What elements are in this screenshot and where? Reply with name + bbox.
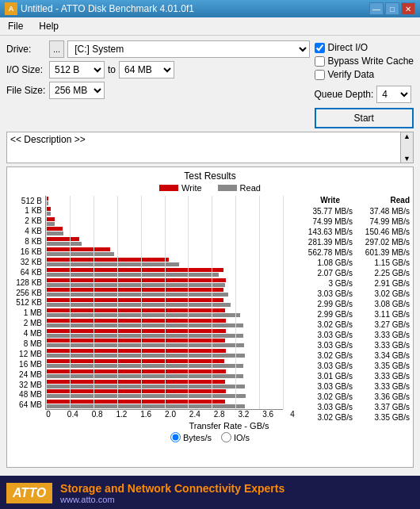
read-bar [46,222,55,226]
write-bar [46,389,226,393]
description-box[interactable]: << Description >> ▲ ▼ [6,132,414,163]
value-row: 2.07 GB/s2.25 GB/s [286,268,410,278]
verify-data-label: Verify Data [328,69,375,80]
value-row: 3.03 GB/s3.35 GB/s [286,361,410,371]
grid-line [117,196,118,409]
io-per-sec-label: IO/s [234,433,250,442]
write-bar [46,369,226,373]
menu-file[interactable]: File [3,19,28,33]
x-tick-label: 0.4 [67,410,78,419]
y-label: 64 KB [10,267,42,277]
write-value: 3 GB/s [299,279,353,288]
read-value: 1.15 GB/s [356,258,410,267]
maximize-button[interactable]: □ [385,2,399,15]
file-size-row: File Size: 256 MB [6,82,310,99]
y-label: 4 MB [10,329,42,339]
browse-button[interactable]: ... [49,40,64,58]
read-value: 2.91 GB/s [356,279,410,288]
read-bar [46,283,225,287]
drive-select[interactable]: [C:] System [67,40,309,58]
read-bar [46,293,228,297]
read-bar [46,323,243,327]
close-button[interactable]: ✕ [401,2,415,15]
value-row: 3.03 GB/s3.33 GB/s [286,330,410,340]
value-row: 3.02 GB/s3.34 GB/s [286,350,410,361]
value-row: 3.03 GB/s3.33 GB/s [286,340,410,350]
right-form: Direct I/O Bypass Write Cache Verify Dat… [315,40,414,128]
y-label: 32 MB [10,380,42,389]
write-bar [46,288,223,292]
y-label: 2 KB [10,216,42,226]
grid-line [165,196,166,409]
grid-line [283,196,284,409]
main-content: Drive: ... [C:] System I/O Size: 512 B t… [0,36,420,476]
read-header: Read [356,196,410,205]
read-value: 297.02 MB/s [356,238,410,247]
x-tick-label: 0.8 [92,410,103,419]
read-bar [46,364,243,368]
grid-line [70,196,71,409]
write-bar [46,329,226,333]
window-title: Untitled - ATTO Disk Benchmark 4.01.0f1 [21,3,369,14]
bypass-cache-checkbox[interactable] [315,56,325,67]
write-value: 3.03 GB/s [299,289,353,298]
write-value: 2.99 GB/s [299,310,353,319]
io-per-sec-radio[interactable] [221,432,231,442]
write-bar [46,298,223,302]
verify-data-checkbox[interactable] [315,70,325,80]
queue-depth-label: Queue Depth: [315,89,374,100]
io-per-sec-option[interactable]: IO/s [221,432,250,442]
write-value: 3.01 GB/s [299,372,353,381]
read-value: 2.25 GB/s [356,269,410,277]
write-value: 281.39 MB/s [299,238,353,247]
read-color-swatch [218,185,237,191]
write-bar [46,339,225,343]
bytes-per-sec-radio[interactable] [170,432,181,442]
write-value: 3.03 GB/s [299,382,353,391]
y-label: 24 MB [10,369,42,379]
y-label: 256 KB [10,288,42,297]
minimize-button[interactable]: — [369,2,384,15]
bypass-cache-label: Bypass Write Cache [328,55,414,67]
read-legend-label: Read [240,183,261,193]
description-scrollbar[interactable]: ▲ ▼ [400,132,413,163]
start-button[interactable]: Start [315,108,414,128]
x-tick-label: 2.4 [189,410,200,419]
x-tick-label: 2.8 [214,410,225,419]
read-value: 3.33 GB/s [356,382,410,391]
file-size-select[interactable]: 256 MB [49,82,105,99]
read-bar [46,334,243,338]
write-value: 2.99 GB/s [299,300,353,308]
menu-help[interactable]: Help [34,19,63,33]
y-label: 1 KB [10,206,42,216]
y-label: 8 KB [10,237,42,247]
y-label: 512 KB [10,298,42,308]
write-bar [46,247,110,251]
read-bar [46,354,245,358]
read-value: 3.36 GB/s [356,392,410,401]
queue-depth-select[interactable]: 4 [376,86,411,103]
drive-row: Drive: ... [C:] System [6,40,310,58]
menu-bar: File Help [0,17,420,36]
x-tick-label: 1.2 [116,410,127,419]
write-value: 3.02 GB/s [299,351,353,360]
grid-line [259,196,260,409]
y-label: 2 MB [10,319,42,328]
y-label: 32 KB [10,257,42,266]
bytes-per-sec-option[interactable]: Bytes/s [170,432,212,442]
direct-io-checkbox[interactable] [315,43,325,53]
title-bar: A Untitled - ATTO Disk Benchmark 4.01.0f… [0,0,420,17]
window-controls: — □ ✕ [369,2,415,15]
value-row: 3.03 GB/s3.02 GB/s [286,289,410,299]
write-color-swatch [159,185,178,191]
write-value: 1.08 GB/s [299,258,353,267]
io-size-to-select[interactable]: 64 MB [119,61,174,78]
write-bar [46,278,226,282]
io-size-from-select[interactable]: 512 B [49,61,105,78]
grid-line [94,196,94,409]
read-value: 74.99 MB/s [356,217,410,226]
grid-line [141,196,142,409]
y-label: 128 KB [10,277,42,287]
grid-line [46,196,47,409]
direct-io-row: Direct I/O [315,42,414,53]
